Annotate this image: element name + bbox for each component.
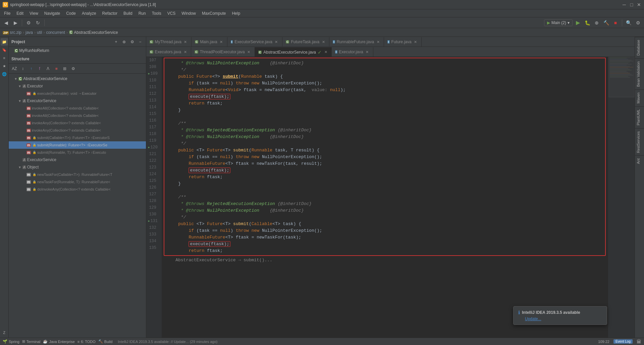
tab-executorservice[interactable]: I ExecutorService.java ✕ [227, 37, 282, 47]
tab-executors[interactable]: C Executors.java ✕ [146, 47, 191, 57]
menu-view[interactable]: View [27, 10, 41, 16]
menu-edit[interactable]: Edit [14, 10, 26, 16]
code-line-112[interactable]: execute(ftask); [164, 93, 605, 100]
menu-vcs[interactable]: VCS [165, 10, 178, 16]
code-line-extra[interactable]: AbstractExecutorService → submit()... [162, 257, 608, 263]
right-panel-bean[interactable]: Bean Validation [635, 58, 644, 89]
run-config-selector[interactable]: ▶ Main (2) ▾ [544, 19, 573, 26]
tab-close-main[interactable]: ✕ [219, 40, 224, 44]
tab-abstractexecutor[interactable]: C AbstractExecutorService.java ✓ ✕ [255, 47, 332, 57]
tree-item-executorservice-1[interactable]: ▼ A ExecutorService [9, 97, 146, 105]
breadcrumb-util[interactable]: util [37, 30, 42, 35]
sort-alpha-button[interactable]: AZ [11, 65, 18, 72]
code-line-131[interactable]: public <T> Future<T> submit(Callable<T> … [164, 220, 605, 227]
code-line-109[interactable]: public Future<?> submit(Runnable task) { [164, 73, 605, 80]
breadcrumb-java[interactable]: java [25, 30, 33, 35]
menu-analyze[interactable]: Analyze [79, 10, 99, 16]
sidebar-project-icon[interactable]: 📁 [1, 38, 8, 46]
tree-item-newtaskfor-callable[interactable]: m 🔒 newTaskFor(Callable<T>): RunnableFut… [9, 171, 146, 178]
minimap[interactable] [608, 57, 635, 338]
tab-close-mythread[interactable]: ✕ [183, 40, 188, 44]
tree-item-newtaskfor-runnable[interactable]: m 🔒 newTaskFor(Runnable, T): RunnableFut… [9, 178, 146, 186]
maximize-button[interactable]: □ [629, 2, 634, 7]
tree-item-myrunnoreturn[interactable]: C MyRunNoReturn [9, 47, 146, 54]
code-line-107[interactable]: * @throws NullPointerException {@inherit… [164, 60, 605, 66]
code-line-108[interactable]: */ [164, 66, 605, 73]
tab-future[interactable]: I Future.java ✕ [384, 37, 422, 47]
menu-run[interactable]: Run [136, 10, 149, 16]
show-anon-button[interactable]: Λ [44, 65, 52, 72]
sidebar-favorites-icon[interactable]: ★ [1, 62, 8, 70]
menu-build[interactable]: Build [121, 10, 135, 16]
tree-item-submit-runnable-t[interactable]: m 🔒 submit(Runnable, T): Future<T> ↑Exec… [9, 149, 146, 156]
code-line-134[interactable]: execute(ftask); [164, 240, 605, 247]
tab-runnablefuture[interactable]: I RunnableFuture.java ✕ [329, 37, 384, 47]
menu-file[interactable]: File [1, 10, 13, 16]
tab-close-executor[interactable]: ✕ [365, 50, 370, 54]
breadcrumb-item[interactable]: ZIP src.zip [3, 30, 21, 35]
code-line-126[interactable] [164, 187, 605, 194]
tab-close-future[interactable]: ✕ [413, 40, 418, 44]
right-panel-ant[interactable]: Ant [635, 155, 644, 167]
code-line-117[interactable]: * @throws RejectedExecutionException {@i… [164, 127, 605, 133]
settings-button[interactable]: ⚙ [634, 19, 642, 27]
tab-close-executors[interactable]: ✕ [183, 50, 187, 54]
tree-item-execute-method[interactable]: m 🔒 execute(Runnable): void →Executor [9, 90, 146, 97]
toolbar-back-button[interactable]: ◀ [2, 19, 10, 27]
code-line-132[interactable]: if (task == null) throw new NullPointerE… [164, 227, 605, 234]
menu-tools[interactable]: Tools [149, 10, 164, 16]
project-panel-settings-button[interactable]: ⚙ [129, 39, 135, 45]
menu-maxcompute[interactable]: MaxCompute [199, 10, 228, 16]
project-panel-minimize-button[interactable]: − [137, 39, 143, 45]
sidebar-bookmarks-icon[interactable]: 🔖 [1, 46, 8, 54]
tab-close-threadpool[interactable]: ✕ [247, 50, 251, 54]
code-line-110[interactable]: if (task == null) throw new NullPointerE… [164, 80, 605, 86]
java-enterprise-status-item[interactable]: ☕ Java Enterprise [43, 339, 74, 344]
code-line-124[interactable]: return ftask; [164, 174, 605, 180]
tab-close-abstractexecutor[interactable]: ✕ [323, 50, 328, 55]
tab-main[interactable]: C Main.java ✕ [192, 37, 227, 47]
coverage-button[interactable]: ⊕ [593, 19, 601, 27]
tree-item-invokeany-1[interactable]: m invokeAny(Collection<? extends Callabl… [9, 119, 146, 127]
right-panel-plantuml[interactable]: PlantUML [635, 106, 644, 128]
tab-threadpoolexecutor[interactable]: C ThreadPoolExecutor.java ✕ [191, 47, 255, 57]
code-line-113[interactable]: return ftask; [164, 100, 605, 107]
run-button[interactable]: ▶ [574, 19, 582, 27]
spring-status-item[interactable]: 🌱 Spring [3, 339, 19, 344]
code-line-123[interactable]: execute(ftask); [164, 167, 605, 174]
code-line-133[interactable]: RunnableFuture<T> ftask = newTaskFor(tas… [164, 234, 605, 240]
window-controls[interactable]: ─ □ ✕ [622, 2, 641, 7]
code-line-118[interactable]: * @throws NullPointerException {@inherit… [164, 133, 605, 140]
menu-window[interactable]: Window [179, 10, 199, 16]
code-line-127[interactable]: /** [164, 194, 605, 200]
code-line-122[interactable]: RunnableFuture<T> ftask = newTaskFor(tas… [164, 160, 605, 167]
right-panel-maven[interactable]: Maven [635, 89, 644, 106]
toolbar-sync-button[interactable]: ↻ [34, 19, 42, 27]
code-line-114[interactable]: } [164, 107, 605, 113]
debug-button[interactable]: 🐛 [583, 19, 591, 27]
code-line-120[interactable]: public <T> Future<T> submit(Runnable tas… [164, 147, 605, 153]
tab-close-futuretask[interactable]: ✕ [321, 40, 326, 44]
menu-refactor[interactable]: Refactor [100, 10, 120, 16]
code-line-130[interactable]: */ [164, 214, 605, 220]
tab-executor[interactable]: I Executor.java ✕ [332, 47, 373, 57]
sort-type-button[interactable]: ↕ [19, 65, 26, 72]
menu-help[interactable]: Help [229, 10, 243, 16]
sidebar-web-icon[interactable]: 🌐 [1, 70, 8, 78]
show-fields-button[interactable]: f [36, 65, 43, 72]
tree-item-submit-callable[interactable]: m 🔒 submit(Callable<T>): Future<T> ↑Exec… [9, 134, 146, 141]
minimize-button[interactable]: ─ [622, 2, 627, 7]
expand-button[interactable]: ⊞ [61, 65, 68, 72]
event-log-button[interactable]: Event Log [613, 339, 633, 344]
build-status-item[interactable]: 🔨 Build [98, 339, 112, 344]
tab-futuretask[interactable]: C FutureTask.java ✕ [282, 37, 329, 47]
code-line-125[interactable]: } [164, 180, 605, 187]
tab-close-executorservice[interactable]: ✕ [274, 40, 279, 44]
menu-navigate[interactable]: Navigate [42, 10, 63, 16]
settings-struct-button[interactable]: ⚙ [69, 65, 77, 72]
terminal-status-item[interactable]: ⊞ Terminal [22, 339, 41, 344]
project-panel-add-button[interactable]: + [113, 39, 119, 45]
toolbar-settings-button[interactable]: ⚙ [24, 19, 33, 27]
code-line-128[interactable]: * @throws RejectedExecutionException {@i… [164, 200, 605, 207]
tree-item-abstractexecutorservice[interactable]: ▼ C AbstractExecutorService [9, 75, 146, 82]
